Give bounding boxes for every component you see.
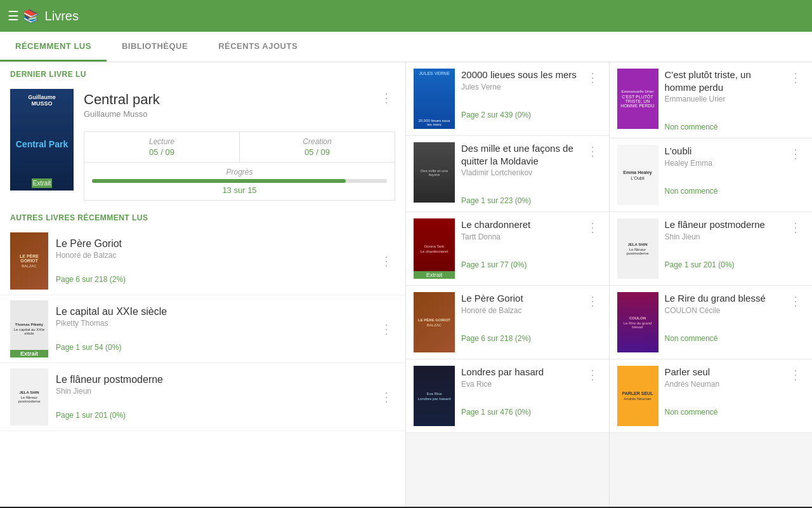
last-book-menu[interactable]: ⋮ [377, 89, 395, 107]
book-author: Jules Verne [461, 83, 577, 91]
book-author: Vladimir Lortchenkov [461, 168, 577, 177]
app-title: Livres [45, 9, 79, 23]
last-book-cover: GuillaumeMUSSO Central Park Extrait [10, 89, 74, 190]
book-author: Honoré de Balzac [461, 306, 577, 315]
book-progress: Page 1 sur 223 (0%) [461, 196, 577, 205]
book-title: L'oubli [665, 145, 781, 157]
progress-bar-bg [92, 179, 387, 183]
book-menu-1[interactable]: ⋮ [377, 320, 395, 338]
grid-item[interactable]: Eva Rice Londres par hasard Londres par … [406, 359, 609, 433]
grid-item[interactable]: Emma Healey L'Oubli L'oubli Healey Emma … [610, 138, 813, 212]
book-author: Healey Emma [665, 159, 781, 168]
book-author: Shin Jieun [56, 387, 370, 396]
lecture-value: 05 / 09 [92, 147, 232, 157]
last-book-card[interactable]: GuillaumeMUSSO Central Park Extrait Cent… [0, 84, 405, 206]
book-author: Emmanuelle Urier [665, 95, 781, 104]
extrait-badge: Extrait [32, 178, 52, 188]
book-menu[interactable]: ⋮ [787, 145, 804, 163]
book-author: Shin Jieun [665, 232, 781, 241]
book-info: Le Père Goriot Honoré de Balzac Page 6 s… [461, 292, 577, 343]
grid-item[interactable]: Donna Tartt Le chardonneret Extrait Le c… [406, 212, 609, 286]
grid-item[interactable]: COULON Le Rire du grand blessé Le Rire d… [610, 286, 813, 359]
book-cover: Emma Healey L'Oubli [617, 145, 658, 205]
book-cover: COULON Le Rire du grand blessé [617, 292, 658, 352]
book-cover: LE PÈRE GORIOT BALZAC [414, 292, 455, 352]
book-cover: JELA SHIN Le flâneur postmoderne [10, 368, 48, 425]
right-col-left: JULES VERNE 20,000 lieues sous les mers … [406, 62, 610, 507]
book-progress: Non commencé [665, 187, 781, 196]
last-book-label: DERNIER LIVRE LU [0, 62, 405, 84]
lecture-label: Lecture [92, 137, 232, 146]
book-info: Le capital au XXIe siècle Piketty Thomas… [56, 306, 370, 352]
book-info: C'est plutôt triste, un homme perdu Emma… [665, 69, 781, 131]
book-stats: Lecture 05 / 09 Creation 05 / 09 Progrès [84, 131, 395, 201]
book-progress: Page 6 sur 218 (2%) [461, 334, 577, 343]
tab-recently-read[interactable]: RÉCEMMENT LUS [0, 32, 107, 62]
book-menu[interactable]: ⋮ [787, 366, 804, 384]
book-menu[interactable]: ⋮ [787, 292, 804, 310]
last-book-title: Central park [84, 91, 160, 108]
progress-label: Progrès [92, 168, 387, 177]
book-author: Eva Rice [461, 380, 577, 389]
grid-item[interactable]: JELA SHIN Le flâneur postmoderne Le flân… [610, 212, 813, 286]
right-panel: JULES VERNE 20,000 lieues sous les mers … [406, 62, 812, 507]
creation-value: 05 / 09 [247, 147, 387, 157]
book-author: Tartt Donna [461, 232, 577, 241]
last-book-info: Central park Guillaume Musso ⋮ Lecture 0… [84, 89, 395, 201]
lecture-cell: Lecture 05 / 09 [84, 132, 240, 162]
book-title: 20000 lieues sous les mers [461, 69, 577, 81]
grid-item[interactable]: Des mille et une façons Des mille et une… [406, 136, 609, 212]
book-info: Le Père Goriot Honoré de Balzac Page 6 s… [56, 238, 370, 284]
book-menu-2[interactable]: ⋮ [377, 388, 395, 406]
tab-recent-added[interactable]: RÉCENTS AJOUTS [203, 32, 313, 62]
book-title: Le Rire du grand blessé [665, 292, 781, 305]
creation-cell: Creation 05 / 09 [240, 132, 395, 162]
book-menu[interactable]: ⋮ [584, 292, 601, 310]
grid-item[interactable]: PARLER SEUL Andrés Neuman Parler seul An… [610, 359, 813, 433]
book-cover: Eva Rice Londres par hasard [414, 366, 455, 426]
book-author: COULON Cécile [665, 306, 781, 315]
book-info: L'oubli Healey Emma Non commencé [665, 145, 781, 196]
book-cover: Donna Tartt Le chardonneret Extrait [414, 218, 455, 279]
book-progress: Page 1 sur 201 (0%) [56, 411, 370, 420]
progress-row: Progrès 13 sur 15 [84, 163, 395, 200]
book-cover: Emmanuelle Urier C'EST PLUTÔT TRISTE, UN… [617, 69, 658, 129]
book-cover: LE PÈRE GORIOT BALZAC [10, 232, 48, 290]
grid-item[interactable]: JULES VERNE 20,000 lieues sous les mers … [406, 62, 609, 136]
grid-item[interactable]: LE PÈRE GORIOT BALZAC Le Père Goriot Hon… [406, 286, 609, 359]
main-content: DERNIER LIVRE LU GuillaumeMUSSO Central … [0, 62, 812, 507]
book-title: Le Père Goriot [56, 238, 370, 250]
book-info: Le Rire du grand blessé COULON Cécile No… [665, 292, 781, 343]
book-menu-0[interactable]: ⋮ [377, 252, 395, 270]
book-menu[interactable]: ⋮ [584, 69, 601, 86]
book-title: Londres par hasard [461, 366, 577, 378]
book-cover: PARLER SEUL Andrés Neuman [617, 366, 658, 426]
book-menu[interactable]: ⋮ [787, 218, 804, 236]
book-author: Andrés Neuman [665, 380, 781, 389]
extrait-badge: Extrait [414, 271, 455, 279]
right-columns: JULES VERNE 20,000 lieues sous les mers … [406, 62, 812, 507]
book-author: Honoré de Balzac [56, 251, 370, 260]
grid-item[interactable]: Emmanuelle Urier C'EST PLUTÔT TRISTE, UN… [610, 62, 813, 138]
book-menu[interactable]: ⋮ [787, 69, 804, 86]
book-menu[interactable]: ⋮ [584, 366, 601, 384]
book-info: 20000 lieues sous les mers Jules Verne P… [461, 69, 577, 119]
book-cover: Des mille et une façons [414, 142, 455, 203]
list-item[interactable]: LE PÈRE GORIOT BALZAC Le Père Goriot Hon… [0, 227, 405, 295]
book-menu[interactable]: ⋮ [584, 142, 601, 160]
menu-icon[interactable]: ☰ 📚 [8, 8, 39, 23]
tab-library[interactable]: BIBLIOTHÈQUE [107, 32, 203, 62]
book-progress: Page 1 sur 476 (0%) [461, 408, 577, 417]
book-cover: JULES VERNE 20,000 lieues sous les mers [414, 69, 455, 129]
book-title: Le capital au XXIe siècle [56, 306, 370, 318]
book-menu[interactable]: ⋮ [584, 218, 601, 236]
book-title: Le chardonneret [461, 218, 577, 231]
list-item[interactable]: Thomas Piketty Le capital au XXIe siècle… [0, 295, 405, 363]
list-item[interactable]: JELA SHIN Le flâneur postmoderne Le flân… [0, 363, 405, 431]
book-cover: JELA SHIN Le flâneur postmoderne [617, 218, 658, 279]
book-progress: Non commencé [665, 408, 781, 417]
progress-bar-fill [92, 179, 346, 183]
other-books-section: AUTRES LIVRES RÉCEMMENT LUS LE PÈRE GORI… [0, 206, 405, 436]
book-title: Parler seul [665, 366, 781, 378]
book-info: Le flâneur postmoderne Shin Jieun Page 1… [56, 374, 370, 420]
